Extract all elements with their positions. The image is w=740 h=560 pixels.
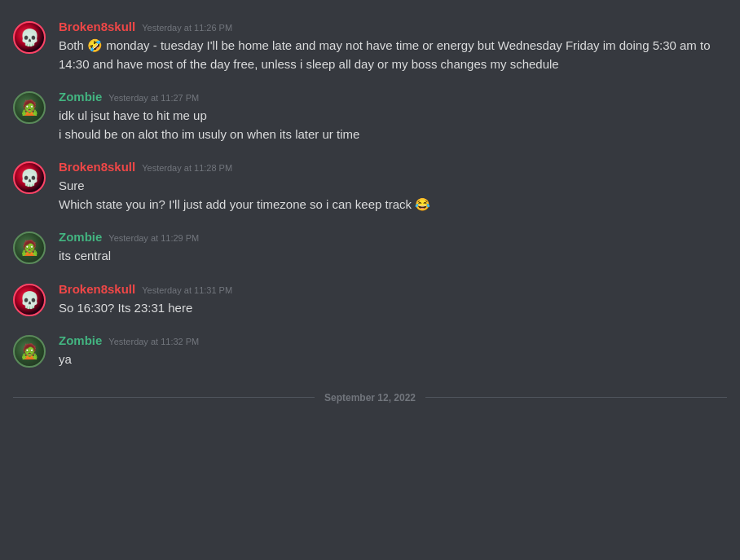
date-divider-label: September 12, 2022	[315, 392, 425, 403]
username: Broken8skull	[59, 282, 135, 296]
avatar	[13, 91, 46, 124]
message-content: ZombieYesterday at 11:32 PMya	[59, 333, 727, 369]
message-content: ZombieYesterday at 11:27 PMidk ul jsut h…	[59, 90, 727, 143]
avatar	[13, 231, 46, 264]
message-content: Broken8skullYesterday at 11:28 PMSureWhi…	[59, 160, 727, 214]
message-text: idk ul jsut have to hit me up	[59, 107, 727, 126]
message-text: ya	[59, 351, 727, 369]
chat-container: Broken8skullYesterday at 11:26 PMBoth 🤣 …	[0, 13, 740, 410]
message-group: ZombieYesterday at 11:29 PMits central	[0, 223, 740, 269]
message-group: Broken8skullYesterday at 11:28 PMSureWhi…	[0, 153, 740, 217]
message-group: Broken8skullYesterday at 11:26 PMBoth 🤣 …	[0, 13, 740, 77]
avatar	[13, 161, 46, 194]
message-group: Broken8skullYesterday at 11:31 PMSo 16:3…	[0, 276, 740, 321]
message-header: Broken8skullYesterday at 11:26 PM	[59, 20, 727, 33]
message-text: So 16:30? Its 23:31 here	[59, 299, 727, 318]
message-text: Sure	[59, 177, 727, 196]
username: Broken8skull	[59, 160, 135, 174]
message-text: i should be on alot tho im usuly on when…	[59, 126, 727, 144]
timestamp: Yesterday at 11:31 PM	[142, 285, 232, 295]
timestamp: Yesterday at 11:32 PM	[108, 337, 199, 346]
message-header: Broken8skullYesterday at 11:31 PM	[59, 282, 727, 296]
avatar	[13, 284, 46, 316]
message-header: ZombieYesterday at 11:29 PM	[59, 230, 727, 244]
username: Broken8skull	[59, 20, 135, 33]
username: Zombie	[59, 230, 102, 244]
message-group: ZombieYesterday at 11:27 PMidk ul jsut h…	[0, 83, 740, 147]
avatar	[13, 21, 46, 54]
timestamp: Yesterday at 11:29 PM	[108, 233, 199, 243]
message-header: ZombieYesterday at 11:27 PM	[59, 90, 727, 104]
username: Zombie	[59, 333, 102, 347]
message-content: Broken8skullYesterday at 11:26 PMBoth 🤣 …	[59, 20, 727, 73]
message-content: ZombieYesterday at 11:29 PMits central	[59, 230, 727, 266]
avatar	[13, 335, 46, 368]
message-group: ZombieYesterday at 11:32 PMya	[0, 327, 740, 373]
date-divider: September 12, 2022	[0, 379, 740, 410]
timestamp: Yesterday at 11:27 PM	[108, 93, 199, 103]
username: Zombie	[59, 90, 102, 104]
message-text: Both 🤣 monday - tuesday I'll be home lat…	[59, 37, 727, 73]
message-header: ZombieYesterday at 11:32 PM	[59, 333, 727, 347]
timestamp: Yesterday at 11:26 PM	[142, 23, 232, 33]
message-header: Broken8skullYesterday at 11:28 PM	[59, 160, 727, 174]
message-content: Broken8skullYesterday at 11:31 PMSo 16:3…	[59, 282, 727, 318]
message-text: Which state you in? I'll just add your t…	[59, 196, 727, 214]
timestamp: Yesterday at 11:28 PM	[142, 163, 232, 173]
message-text: its central	[59, 247, 727, 266]
